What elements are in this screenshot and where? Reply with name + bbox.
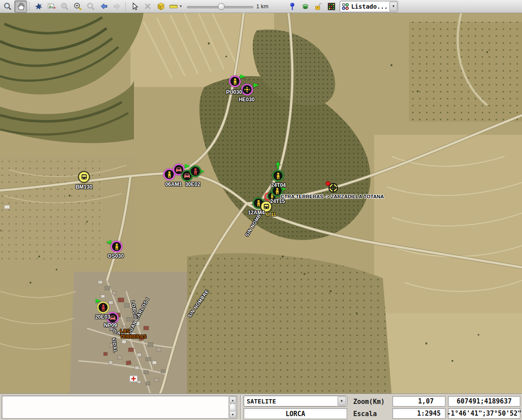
slider-thumb[interactable] xyxy=(218,3,225,10)
zoom-in-button[interactable] xyxy=(71,0,84,13)
ruler-icon xyxy=(169,2,179,11)
person-icon xyxy=(274,187,280,194)
person-icon xyxy=(100,304,106,311)
pin-tool-button[interactable] xyxy=(286,0,298,13)
zoom-selection-button[interactable] xyxy=(84,0,97,13)
listado-dropdown[interactable]: Listado... ▼ xyxy=(340,1,398,12)
municipality-field: LORCA xyxy=(244,408,347,419)
scale-slider-label: 1 km xyxy=(256,3,268,10)
flag-icon xyxy=(185,164,190,168)
measure-tool-button[interactable]: ▼ xyxy=(167,0,184,13)
helicopter-icon xyxy=(244,87,251,93)
unit-label: OS030 xyxy=(107,253,124,259)
place-label: LAS TERRERAS xyxy=(120,328,147,340)
unit-marker-he030[interactable] xyxy=(241,84,253,96)
arrow-left-icon xyxy=(100,2,108,11)
person-icon xyxy=(167,171,172,178)
view-3d-button[interactable] xyxy=(154,0,167,13)
blue-region-icon xyxy=(34,2,43,11)
listbox-scrollbar[interactable]: ▲ ▼ xyxy=(228,397,236,418)
unit-label: 24T15 xyxy=(270,198,285,204)
place-label-line2: TERRERAS xyxy=(120,334,147,340)
magnifier-full-icon xyxy=(60,2,69,11)
person-icon xyxy=(232,78,238,85)
flag-icon xyxy=(240,74,245,79)
bus-icon xyxy=(263,203,270,210)
unit-label: PU030 xyxy=(226,89,242,95)
grid-matrix-icon xyxy=(327,2,336,11)
magnifier-plus-icon xyxy=(74,2,82,11)
unit-label: 12AM4 xyxy=(248,210,265,216)
person-icon xyxy=(114,243,119,250)
hand-icon xyxy=(17,2,25,11)
unit-marker-os030[interactable] xyxy=(111,241,123,253)
unit-label: BM130 xyxy=(76,184,93,190)
scroll-up-button[interactable]: ▲ xyxy=(229,397,236,403)
layers-button[interactable] xyxy=(299,0,311,13)
toolbar: ▼ 1 km xyxy=(0,0,522,13)
zoom-label: Zoom(Km) xyxy=(353,398,385,406)
unit-label: HE030 xyxy=(239,97,255,103)
status-bar: ▲ ▼ SATELITE ▼ LORCA Zoom(Km) Escala 1,0… xyxy=(0,393,522,420)
person-icon xyxy=(275,172,281,179)
zoom-extent-button[interactable] xyxy=(58,0,71,13)
chevron-down-icon[interactable]: ▼ xyxy=(338,397,346,406)
person-icon xyxy=(193,168,198,175)
unit-marker-30e02-person[interactable] xyxy=(190,166,201,177)
listado-label: Listado... xyxy=(349,3,389,10)
cube-icon xyxy=(157,2,165,11)
view-back-button[interactable] xyxy=(97,0,110,13)
statusbar-divider xyxy=(240,395,242,420)
x-icon xyxy=(144,2,152,11)
unit-marker-20e03[interactable] xyxy=(97,302,109,313)
vehicle-icon xyxy=(184,173,191,179)
arrow-right-icon xyxy=(113,2,121,11)
waypoint-label: CTRA TERRERAS -> ZARZADILLA TOTANA xyxy=(281,194,384,199)
view-forward-button[interactable] xyxy=(110,0,123,13)
waypoint-status-dot xyxy=(326,181,331,186)
place-label-line1: LAS xyxy=(120,328,147,334)
unit-label: 06AM1 xyxy=(165,181,182,187)
add-raster-button[interactable] xyxy=(45,0,58,13)
flag-icon xyxy=(106,240,111,244)
unit-marker-pu030[interactable] xyxy=(229,76,241,87)
listado-icon xyxy=(341,3,349,10)
unit-label: 30E02 xyxy=(185,181,201,187)
map-canvas[interactable]: LORCA JUAN CARLOS I PILAS VIDAL SIN NOMB… xyxy=(0,13,522,393)
pushpin-icon xyxy=(288,2,297,11)
unit-label: 20E03 xyxy=(95,314,110,320)
select-tool-button[interactable] xyxy=(128,0,141,13)
region-select-button[interactable] xyxy=(32,0,45,13)
delete-tool-button[interactable] xyxy=(141,0,154,13)
unit-label: 24T04 xyxy=(271,182,286,188)
toolbar-separator xyxy=(29,2,30,11)
unit-marker-24t04[interactable] xyxy=(272,170,284,182)
geo-coordinates-field: -1°46'41";37°50'52" xyxy=(448,408,520,419)
grid-matrix-button[interactable] xyxy=(325,0,338,13)
padlock-open-icon xyxy=(314,2,323,11)
utm-coordinates-field: 607491;4189637 xyxy=(448,396,520,407)
unit-label: NP09 xyxy=(104,322,117,328)
road-ref-label: C-11 xyxy=(266,212,276,217)
image-plus-icon xyxy=(47,2,56,11)
scale-value-field: 1:2945 xyxy=(392,408,445,419)
zoom-tool-button[interactable] xyxy=(1,0,14,13)
scroll-down-button[interactable]: ▼ xyxy=(229,411,236,418)
vehicle-icon xyxy=(176,167,182,173)
unit-marker-bm130[interactable] xyxy=(78,171,90,183)
zoom-value-field: 1,07 xyxy=(392,396,445,407)
pan-tool-button[interactable] xyxy=(14,0,27,13)
chevron-down-icon[interactable]: ▼ xyxy=(389,2,397,11)
lock-button[interactable] xyxy=(312,0,325,13)
layer-selected-value: SATELITE xyxy=(244,398,338,405)
layer-select-dropdown[interactable]: SATELITE ▼ xyxy=(244,396,347,407)
scale-label: Escala xyxy=(353,410,377,418)
layers-icon xyxy=(301,2,310,11)
event-listbox[interactable]: ▲ ▼ xyxy=(2,396,237,419)
vehicle-icon xyxy=(110,315,116,321)
pointer-icon xyxy=(130,2,139,11)
toolbar-separator xyxy=(125,2,126,11)
chevron-down-icon: ▼ xyxy=(179,4,183,8)
flag-icon xyxy=(254,83,259,87)
scale-slider[interactable] xyxy=(187,1,253,12)
